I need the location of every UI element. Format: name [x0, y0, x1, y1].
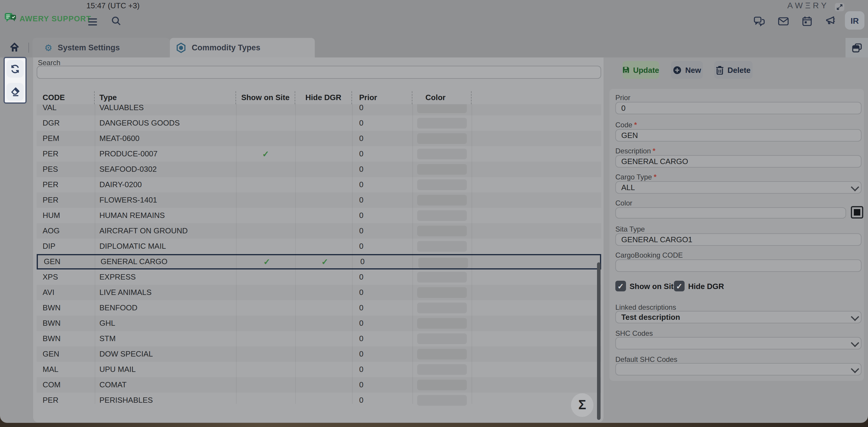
- cell-type: LIVE ANIMALS: [95, 285, 236, 300]
- expand-arrows-icon[interactable]: [835, 3, 844, 11]
- delete-button[interactable]: Delete: [714, 61, 753, 79]
- cell-hide-dgr: [295, 316, 352, 331]
- cell-show-on-site: [236, 131, 295, 146]
- cell-color: [412, 177, 472, 193]
- table-row[interactable]: DGR DANGEROUS GOODS 0: [37, 115, 601, 131]
- color-swatch: [417, 195, 467, 205]
- hide-dgr-checkbox-label: Hide DGR: [688, 282, 724, 291]
- color-swatch: [417, 349, 467, 360]
- cell-type: SEAFOOD-0302: [95, 162, 236, 177]
- top-bar: AWERY SUPPORT 15:47 (UTC +3) AWΞRY: [0, 0, 868, 38]
- cell-hide-dgr: [295, 223, 352, 239]
- show-on-site-checkbox[interactable]: ✓: [615, 281, 626, 291]
- color-input[interactable]: [615, 207, 846, 219]
- column-header-color[interactable]: Color: [412, 91, 472, 104]
- tab-system-settings[interactable]: ⚙ System Settings: [33, 38, 170, 57]
- color-swatch: [417, 210, 467, 221]
- table-row[interactable]: AOG AIRCRAFT ON GROUND 0: [37, 223, 601, 239]
- table-row[interactable]: MAL UPU MAIL 0: [37, 362, 601, 377]
- clock-time: 15:47 (UTC +3): [86, 1, 140, 10]
- user-avatar[interactable]: IR: [845, 11, 864, 30]
- mail-icon[interactable]: [778, 17, 789, 26]
- cell-code: HUM: [37, 208, 95, 223]
- gear-icon: ⚙: [44, 43, 52, 52]
- table-row[interactable]: DIP DIPLOMATIC MAIL 0: [37, 239, 601, 254]
- description-input[interactable]: GENERAL CARGO: [615, 155, 862, 168]
- sigma-icon sum-button[interactable]: Σ: [571, 393, 593, 417]
- sita-type-input[interactable]: GENERAL CARGO1: [615, 233, 862, 246]
- column-header-hide-dgr[interactable]: Hide DGR: [295, 91, 352, 104]
- cell-type: FLOWERS-1401: [95, 193, 236, 208]
- table-row[interactable]: PER PRODUCE-0007 ✓ 0: [37, 146, 601, 162]
- cell-show-on-site: [236, 362, 295, 377]
- megaphone-icon[interactable]: [826, 16, 835, 26]
- prior-input[interactable]: 0: [615, 102, 862, 114]
- cell-color: [412, 193, 472, 208]
- vertical-scrollbar[interactable]: [597, 262, 600, 420]
- table-row[interactable]: PER DAIRY-0200 0: [37, 177, 601, 193]
- awery-wordmark: AWΞRY: [787, 1, 829, 10]
- color-swatch: [417, 303, 467, 313]
- new-button[interactable]: New: [671, 61, 703, 79]
- table-row[interactable]: GEN GENERAL CARGO ✓ ✓ 0: [37, 254, 601, 269]
- cell-code: BWN: [37, 316, 95, 331]
- cell-type: DANGEROUS GOODS: [95, 115, 236, 131]
- hamburger-icon[interactable]: [88, 17, 97, 27]
- cell-filler: [472, 316, 601, 331]
- chat-icon[interactable]: [754, 17, 765, 27]
- calendar-icon[interactable]: [802, 16, 812, 26]
- column-header-code[interactable]: CODE: [37, 91, 95, 104]
- hide-dgr-checkbox[interactable]: ✓: [674, 281, 685, 291]
- column-header-type[interactable]: Type: [95, 91, 236, 104]
- column-header-prior[interactable]: Prior: [352, 91, 412, 104]
- code-input[interactable]: GEN: [615, 129, 862, 142]
- table-row[interactable]: VAL VALUABLES 0: [37, 104, 601, 115]
- update-button[interactable]: Update: [622, 61, 659, 79]
- table-row[interactable]: HUM HUMAN REMAINS 0: [37, 208, 601, 223]
- brand-logo chat-bubbles-logo-icon[interactable]: [4, 12, 17, 25]
- default-shc-codes-select[interactable]: [615, 363, 862, 375]
- cell-code: XPS: [37, 269, 95, 285]
- avatar-initials: IR: [850, 16, 859, 25]
- cell-hide-dgr: [295, 177, 352, 193]
- cell-type: DAIRY-0200: [95, 177, 236, 193]
- table-row[interactable]: AVI LIVE ANIMALS 0: [37, 285, 601, 300]
- table-row[interactable]: PEM MEAT-0600 0: [37, 131, 601, 146]
- cell-prior: 0: [352, 300, 412, 316]
- cell-type: BENFOOD: [95, 300, 236, 316]
- tab-commodity-types[interactable]: Commodity Types: [170, 38, 315, 57]
- cell-filler: [472, 331, 601, 346]
- table-row[interactable]: GEN DOW SPECIAL 0: [37, 346, 601, 362]
- linked-descriptions-select[interactable]: Test description: [615, 311, 862, 323]
- clear-filter-button[interactable]: [6, 83, 24, 101]
- check-icon: ✓: [263, 257, 270, 266]
- table-row[interactable]: PER FLOWERS-1401 0: [37, 193, 601, 208]
- cell-prior: 0: [352, 223, 412, 239]
- cell-color: [412, 331, 472, 346]
- column-header-filler: [472, 91, 601, 104]
- color-swatch-button[interactable]: [851, 206, 863, 219]
- shc-codes-select[interactable]: [615, 337, 862, 349]
- home-icon[interactable]: [10, 42, 19, 52]
- table-row[interactable]: BWN GHL 0: [37, 316, 601, 331]
- table-row[interactable]: COM COMAT 0: [37, 377, 601, 393]
- default-shc-codes-label: Default SHC Codes: [615, 355, 677, 364]
- cargo-type-select[interactable]: ALL: [615, 181, 862, 194]
- refresh-button[interactable]: [6, 60, 24, 78]
- table-row[interactable]: BWN BENFOOD 0: [37, 300, 601, 316]
- cargobooking-code-input[interactable]: [615, 259, 862, 272]
- plus-circle-icon: [673, 65, 682, 74]
- cell-show-on-site: [236, 223, 295, 239]
- table-row[interactable]: XPS EXPRESS 0: [37, 269, 601, 285]
- sigma-glyph: Σ: [578, 397, 586, 413]
- table-row[interactable]: PES SEAFOOD-0302 0: [37, 162, 601, 177]
- overlapping-windows-icon[interactable]: [845, 38, 868, 57]
- cell-prior: 0: [352, 115, 412, 131]
- table-row[interactable]: PER PERISHABLES 0: [37, 393, 601, 408]
- cell-color: [412, 239, 472, 254]
- search-icon[interactable]: [111, 16, 121, 26]
- search-input[interactable]: [37, 66, 601, 79]
- table-row[interactable]: BWN STM 0: [37, 331, 601, 346]
- cell-type: STM: [95, 331, 236, 346]
- column-header-show-on-site[interactable]: Show on Site: [236, 91, 295, 104]
